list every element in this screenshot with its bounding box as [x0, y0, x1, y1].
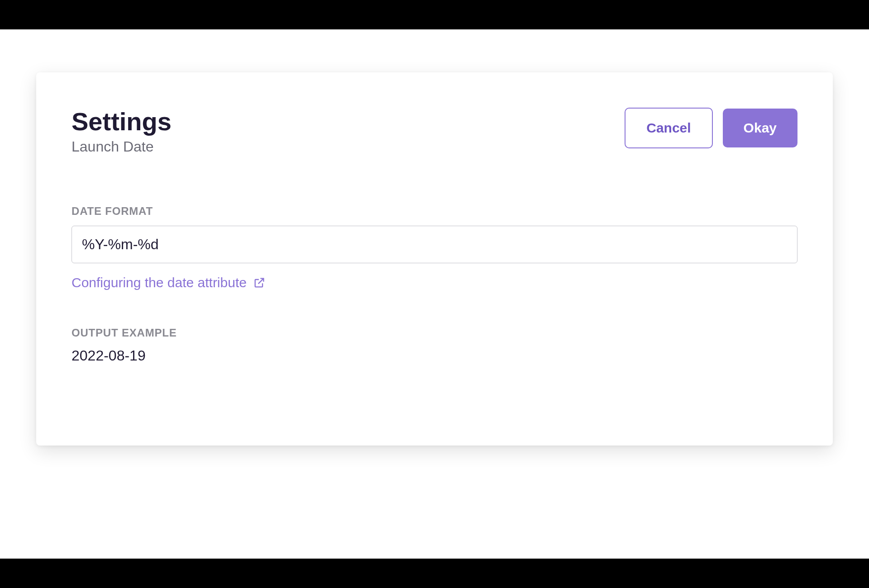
okay-button[interactable]: Okay	[723, 109, 797, 147]
help-link-text: Configuring the date attribute	[72, 275, 247, 290]
output-example-section: OUTPUT EXAMPLE 2022-08-19	[72, 327, 797, 364]
date-format-input[interactable]	[72, 226, 797, 263]
settings-card: Settings Launch Date Cancel Okay DATE FO…	[36, 72, 833, 446]
button-row: Cancel Okay	[625, 108, 797, 148]
date-format-label: DATE FORMAT	[72, 205, 797, 218]
date-format-section: DATE FORMAT Configuring the date attribu…	[72, 205, 797, 290]
svg-line-0	[258, 278, 264, 284]
page-background: Settings Launch Date Cancel Okay DATE FO…	[0, 29, 869, 559]
external-link-icon	[253, 276, 266, 289]
title-block: Settings Launch Date	[72, 108, 172, 155]
header-row: Settings Launch Date Cancel Okay	[72, 108, 797, 155]
cancel-button[interactable]: Cancel	[625, 108, 712, 148]
output-example-value: 2022-08-19	[72, 347, 797, 364]
page-title: Settings	[72, 108, 172, 136]
configure-date-attribute-link[interactable]: Configuring the date attribute	[72, 275, 266, 290]
output-example-label: OUTPUT EXAMPLE	[72, 327, 797, 339]
page-subtitle: Launch Date	[72, 138, 172, 155]
